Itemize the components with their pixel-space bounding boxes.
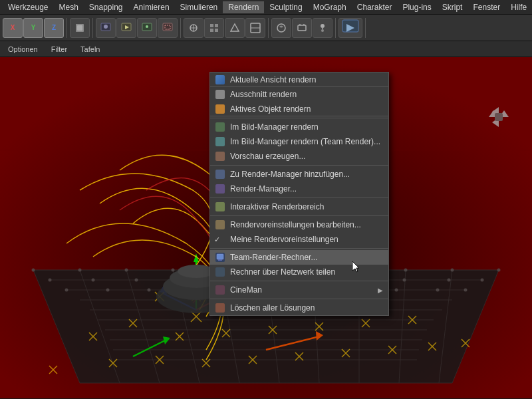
axis-x-button[interactable]: X [3, 18, 23, 38]
extra-btn-2[interactable] [292, 18, 312, 38]
svg-rect-14 [215, 24, 218, 27]
object-group [70, 18, 93, 38]
svg-point-83 [436, 289, 440, 292]
menu-rendervoreinstellungen[interactable]: Rendervoreinstellungen bearbeiten... [210, 217, 388, 232]
render-btn-4[interactable] [158, 18, 178, 38]
svg-point-75 [106, 289, 110, 292]
menu-sculpting[interactable]: Sculpting [264, 1, 307, 13]
checkmark: ✓ [214, 235, 220, 244]
svg-rect-150 [218, 259, 222, 261]
svg-point-24 [321, 24, 325, 28]
menu-fenster[interactable]: Fenster [467, 1, 505, 13]
render-group [96, 18, 181, 38]
menu-plugins[interactable]: Plug-ins [397, 1, 436, 13]
svg-point-54 [125, 269, 128, 272]
menu-aktives-objekt[interactable]: Aktives Objekt rendern [210, 102, 388, 116]
svg-rect-149 [217, 254, 223, 259]
extra-btn-1[interactable] [271, 18, 291, 38]
menubar: Werkzeuge Mesh Snapping Animieren Simuli… [0, 0, 532, 15]
aktives-objekt-icon [214, 103, 226, 115]
menu-mograph[interactable]: MoGraph [308, 1, 352, 13]
render-btn-3[interactable] [137, 18, 157, 38]
rechner-netzwerk-icon [214, 266, 226, 278]
viewport-render-group [338, 18, 366, 38]
menu-vorschau[interactable]: Vorschau erzeugen... [210, 149, 388, 164]
menu-hilfe[interactable]: Hilfe [505, 1, 532, 13]
mode-btn-2[interactable] [204, 18, 224, 38]
toolbar2: Optionen Filter Tafeln [0, 41, 532, 57]
svg-point-60 [404, 269, 408, 272]
svg-point-55 [172, 269, 175, 272]
svg-point-53 [78, 269, 82, 272]
svg-point-7 [146, 25, 148, 28]
optionen-button[interactable]: Optionen [3, 44, 43, 55]
svg-point-52 [32, 269, 35, 272]
svg-rect-147 [495, 113, 503, 121]
menu-im-bild-manager[interactable]: Im Bild-Manager rendern [210, 120, 388, 134]
tafeln-button[interactable]: Tafeln [75, 44, 105, 55]
bild-manager-team-icon [214, 136, 226, 148]
svg-point-76 [148, 289, 151, 292]
menu-simulieren[interactable]: Simulieren [175, 1, 223, 13]
menu-interaktiv[interactable]: Interaktiver Renderbereich [210, 200, 388, 214]
axis-z-button[interactable]: Z [44, 18, 64, 38]
svg-point-61 [451, 269, 454, 272]
svg-rect-21 [298, 25, 306, 31]
cineman-arrow: ▶ [378, 287, 383, 294]
menu-aktuelle-ansicht[interactable]: Aktuelle Ansicht rendern [210, 72, 388, 87]
aktuelle-ansicht-icon [214, 74, 226, 86]
mode-btn-3[interactable] [225, 18, 245, 38]
toolbar: X Y Z [0, 15, 532, 41]
svg-point-64 [92, 279, 95, 282]
svg-rect-15 [210, 29, 213, 32]
dropdown-menu: Aktuelle Ansicht rendern Ausschnitt rend… [209, 72, 389, 316]
cineman-icon [214, 284, 226, 296]
svg-rect-13 [210, 24, 213, 27]
svg-point-63 [49, 279, 52, 282]
menu-render-manager[interactable]: Render-Manager... [210, 182, 388, 196]
menu-loeschen[interactable]: Löschen aller Lösungen [210, 301, 388, 315]
svg-point-84 [464, 289, 467, 292]
render-manager-icon [214, 183, 226, 195]
menu-meine-rendervorein[interactable]: ✓ Meine Rendervoreinstellungen [210, 232, 388, 247]
svg-marker-17 [231, 24, 239, 31]
svg-rect-1 [77, 25, 82, 31]
bild-manager-icon [214, 121, 226, 133]
render-btn-2[interactable] [116, 18, 136, 38]
menu-ausschnitt[interactable]: Ausschnitt rendern [210, 87, 388, 102]
mode-group [184, 18, 269, 38]
axis-y-button[interactable]: Y [23, 18, 43, 38]
vorschau-icon [214, 150, 226, 162]
render-btn-1[interactable] [96, 18, 116, 38]
svg-rect-16 [215, 29, 218, 32]
svg-point-65 [135, 279, 138, 282]
menu-rechner-netzwerk[interactable]: Rechner über Netzwerk teilen [210, 265, 388, 279]
menu-team-render-rechner[interactable]: Team-Render-Rechner... [210, 250, 388, 265]
axis-group: X Y Z [3, 18, 67, 38]
svg-point-73 [481, 279, 484, 282]
menu-snapping[interactable]: Snapping [84, 1, 128, 13]
menu-zu-manager[interactable]: Zu Render-Manager hinzufügen... [210, 167, 388, 182]
menu-skript[interactable]: Skript [437, 1, 468, 13]
viewport: Aktuelle Ansicht rendern Ausschnitt rend… [0, 57, 532, 398]
menu-rendern[interactable]: Rendern [223, 1, 264, 13]
filter-button[interactable]: Filter [46, 44, 72, 55]
svg-point-62 [497, 269, 501, 272]
menu-animieren[interactable]: Animieren [128, 1, 175, 13]
viewport-render-btn[interactable] [338, 18, 362, 38]
extra-btn-3[interactable] [313, 18, 332, 38]
menu-cineman[interactable]: CineMan ▶ [210, 283, 388, 297]
object-button[interactable] [70, 18, 90, 38]
menu-im-bild-manager-team[interactable]: Im Bild-Manager rendern (Team Render)... [210, 134, 388, 149]
svg-point-25 [321, 29, 324, 32]
mode-btn-1[interactable] [184, 18, 203, 38]
menu-werkzeuge[interactable]: Werkzeuge [3, 1, 53, 13]
ausschnitt-icon [214, 88, 226, 100]
menu-charakter[interactable]: Charakter [352, 1, 398, 13]
loeschen-icon [214, 302, 226, 314]
svg-point-74 [65, 289, 68, 292]
menu-mesh[interactable]: Mesh [53, 1, 83, 13]
mode-btn-4[interactable] [245, 18, 265, 38]
svg-point-71 [403, 279, 406, 282]
svg-point-72 [448, 279, 451, 282]
